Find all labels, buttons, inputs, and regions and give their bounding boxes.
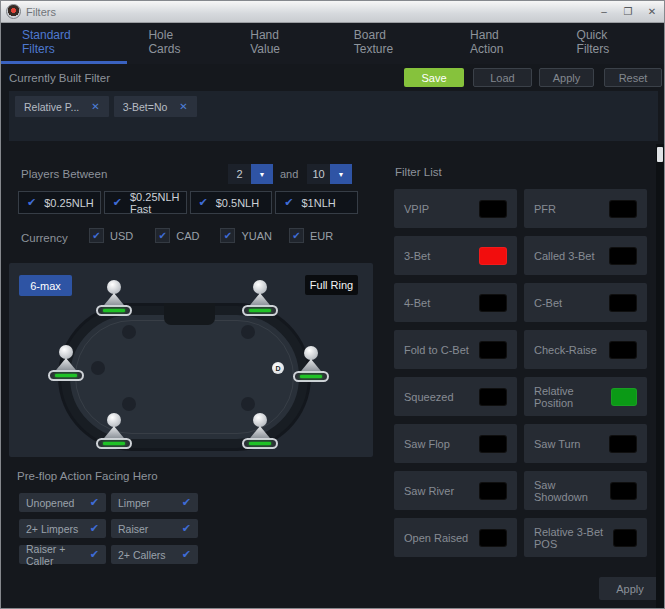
players-min-value[interactable]: 2 [228,164,251,184]
filter-color-toggle[interactable] [611,388,637,406]
filter-item-squeezed[interactable]: Squeezed [394,377,517,416]
filter-color-toggle[interactable] [609,200,637,218]
player-seat-right[interactable] [292,346,330,382]
filter-item-vpip[interactable]: VPIP [394,189,517,228]
filter-color-toggle[interactable] [479,529,507,547]
vertical-scrollbar[interactable] [656,144,664,609]
filter-color-toggle[interactable] [609,294,637,312]
currency-checkbox-cad[interactable]: ✔ [155,228,170,243]
check-icon: ✔ [224,230,232,241]
filter-color-toggle[interactable] [609,341,637,359]
tab-quick-filters[interactable]: Quick Filters [556,23,664,64]
filter-item-saw-flop[interactable]: Saw Flop [394,424,517,463]
filter-item-fold-to-cbet[interactable]: Fold to C-Bet [394,330,517,369]
player-seat-bottom-left[interactable] [95,413,133,449]
maximize-icon[interactable]: ❐ [621,5,635,19]
players-max-value[interactable]: 10 [307,164,330,184]
filter-color-toggle[interactable] [479,341,507,359]
preflop-action-label: Pre-flop Action Facing Hero [17,470,158,482]
preflop-option-2plus-callers[interactable]: 2+ Callers ✔ [111,545,198,564]
filters-window: Filters – ❐ ✕ Standard Filters Hole Card… [0,0,665,609]
players-between-label: Players Between [21,168,107,180]
currency-checkbox-yuan[interactable]: ✔ [220,228,235,243]
currency-option-label: EUR [310,230,333,242]
preflop-option-raiser[interactable]: Raiser ✔ [111,519,198,538]
chevron-down-icon[interactable]: ▼ [330,164,352,184]
currency-option-label: USD [110,230,133,242]
filter-color-toggle[interactable] [613,529,637,547]
filter-item-called-3bet[interactable]: Called 3-Bet [524,236,647,275]
load-button[interactable]: Load [473,68,532,87]
stake-checkbox-025nlh-fast[interactable]: ✔ $0.25NLH Fast [104,191,187,214]
preflop-option-label: Unopened [26,497,74,509]
filter-item-saw-turn[interactable]: Saw Turn [524,424,647,463]
six-max-button[interactable]: 6-max [19,275,72,296]
remove-chip-icon[interactable]: ✕ [91,101,99,112]
filter-item-saw-river[interactable]: Saw River [394,471,517,510]
filter-color-toggle[interactable] [479,435,507,453]
stake-label: $0.5NLH [216,197,259,209]
check-icon: ✔ [27,196,36,209]
tab-board-texture[interactable]: Board Texture [333,23,449,64]
filter-item-pfr[interactable]: PFR [524,189,647,228]
filter-color-toggle[interactable] [479,388,507,406]
check-icon: ✔ [90,522,99,535]
filter-color-toggle[interactable] [610,482,637,500]
player-seat-left[interactable] [47,345,85,381]
currency-checkbox-usd[interactable]: ✔ [89,228,104,243]
filter-item-cbet[interactable]: C-Bet [524,283,647,322]
apply-button-top[interactable]: Apply [539,68,594,87]
preflop-option-unopened[interactable]: Unopened ✔ [19,493,106,512]
filter-chip-relative-position[interactable]: Relative P... ✕ [15,96,109,117]
filter-item-4bet[interactable]: 4-Bet [394,283,517,322]
player-seat-top-left[interactable] [95,280,133,316]
remove-chip-icon[interactable]: ✕ [179,101,187,112]
player-seat-top-right[interactable] [241,280,279,316]
apply-button-bottom[interactable]: Apply [599,577,661,600]
filter-chip-3bet-no[interactable]: 3-Bet=No ✕ [114,96,197,117]
tab-hand-action[interactable]: Hand Action [449,23,555,64]
filter-item-saw-showdown[interactable]: Saw Showdown [524,471,647,510]
filter-color-toggle[interactable] [479,247,507,265]
chevron-down-icon[interactable]: ▼ [251,164,273,184]
tab-hole-cards[interactable]: Hole Cards [127,23,229,64]
filter-color-toggle[interactable] [479,482,507,500]
preflop-option-2plus-limpers[interactable]: 2+ Limpers ✔ [19,519,106,538]
reset-button[interactable]: Reset [604,68,662,87]
filter-item-label: Check-Raise [534,344,597,356]
check-icon: ✔ [284,196,293,209]
filter-color-toggle[interactable] [479,294,507,312]
tab-standard-filters[interactable]: Standard Filters [1,23,127,64]
bet-spot [91,361,105,375]
players-max-dropdown[interactable]: 10 ▼ [307,164,352,184]
window-title: Filters [26,6,56,18]
filter-list-label: Filter List [395,166,442,178]
stake-checkbox-05nlh[interactable]: ✔ $0.5NLH [190,191,273,214]
filter-item-label: Open Raised [404,532,468,544]
preflop-option-limper[interactable]: Limper ✔ [111,493,198,512]
players-min-dropdown[interactable]: 2 ▼ [228,164,273,184]
close-icon[interactable]: ✕ [645,5,659,19]
filter-item-open-raised[interactable]: Open Raised [394,518,517,557]
stake-checkbox-025nlh[interactable]: ✔ $0.25NLH [18,191,101,214]
currency-checkbox-eur[interactable]: ✔ [289,228,304,243]
save-button[interactable]: Save [404,68,464,87]
stake-checkbox-1nlh[interactable]: ✔ $1NLH [275,191,358,214]
tab-hand-value[interactable]: Hand Value [229,23,333,64]
player-avatar-icon [253,280,267,294]
filter-color-toggle[interactable] [609,435,637,453]
filter-item-relative-3bet-pos[interactable]: Relative 3-Bet POS [524,518,647,557]
stakes-checkbox-row: ✔ $0.25NLH ✔ $0.25NLH Fast ✔ $0.5NLH ✔ $… [18,191,358,214]
minimize-icon[interactable]: – [597,5,611,19]
scrollbar-thumb[interactable] [657,147,663,162]
preflop-option-raiser-caller[interactable]: Raiser + Caller ✔ [19,545,106,564]
filter-item-3bet[interactable]: 3-Bet [394,236,517,275]
filter-item-check-raise[interactable]: Check-Raise [524,330,647,369]
filter-item-relative-position[interactable]: Relative Position [524,377,647,416]
full-ring-button[interactable]: Full Ring [305,275,358,295]
stake-label: $0.25NLH [44,197,94,209]
player-seat-bottom-right[interactable] [241,413,279,449]
filter-color-toggle[interactable] [479,200,507,218]
player-avatar-icon [304,346,318,360]
filter-color-toggle[interactable] [609,247,637,265]
